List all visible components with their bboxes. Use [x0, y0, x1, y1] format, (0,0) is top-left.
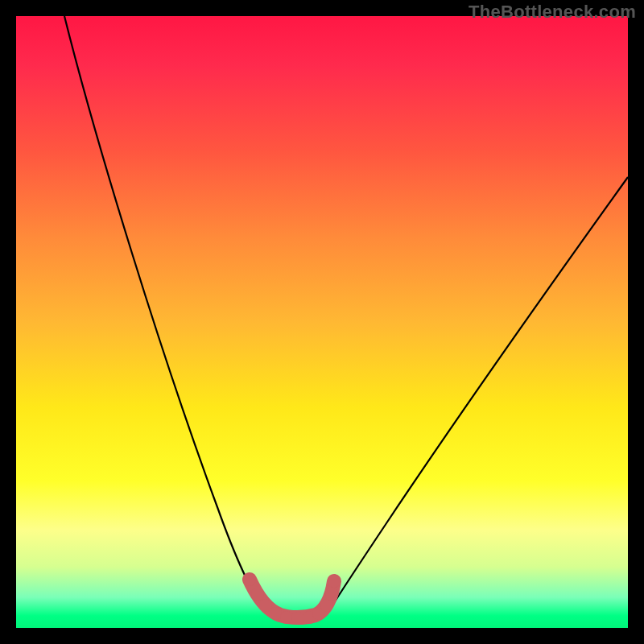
- svg-point-4: [280, 611, 293, 624]
- svg-point-8: [320, 599, 333, 612]
- svg-point-1: [251, 588, 264, 601]
- watermark-text: TheBottleneck.com: [469, 2, 636, 23]
- svg-point-10: [328, 575, 341, 588]
- svg-point-0: [243, 573, 256, 586]
- chart-frame: TheBottleneck.com: [0, 0, 644, 644]
- svg-point-3: [269, 607, 282, 620]
- svg-point-9: [325, 588, 338, 601]
- plot-area: [16, 16, 628, 628]
- right-curve: [328, 177, 628, 612]
- svg-point-5: [291, 612, 304, 625]
- left-curve: [64, 16, 266, 612]
- chart-svg: [16, 16, 628, 628]
